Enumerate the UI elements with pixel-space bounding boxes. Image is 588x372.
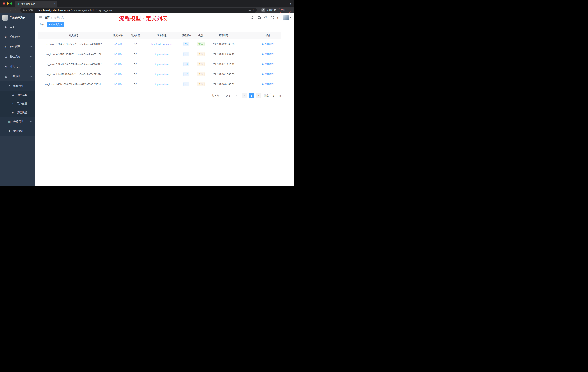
tag-home[interactable]: 首页 xyxy=(38,22,46,27)
sidebar-item-process-form[interactable]: ▤ 流程表单 xyxy=(0,91,35,99)
form-link[interactable]: /bpm/oa/flow xyxy=(155,63,168,66)
assign-rule-link[interactable]: 分配规则 xyxy=(262,52,274,56)
definition-name-link[interactable]: OA 请假 xyxy=(114,52,122,56)
status-badge: 挂起 xyxy=(197,82,205,86)
url-bar[interactable]: 不安全 dashboard.yudao.iocoder.cn/bpm/manag… xyxy=(20,8,257,13)
sidebar-item-home[interactable]: ◉ 首页 xyxy=(0,22,35,32)
sidebar-item-dev-tools[interactable]: ▣ 研发工具 xyxy=(0,62,35,71)
sidebar-item-task-management[interactable]: ▥ 任务管理 xyxy=(0,117,35,126)
page-size-select[interactable]: 10条/页 ▾ xyxy=(222,93,239,98)
definition-name-link[interactable]: OA 请假 xyxy=(114,62,122,66)
search-icon[interactable] xyxy=(251,16,254,19)
sidebar-item-payment-management[interactable]: ¥ 支付管理 xyxy=(0,42,35,52)
sidebar-item-label: 流程模型 xyxy=(17,111,27,114)
sidebar-item-system-management[interactable]: ⚙ 系统管理 xyxy=(0,32,35,42)
column-header-operation: 操作 xyxy=(255,32,281,39)
column-header-definition-name: 定义名称 xyxy=(109,32,127,39)
help-icon[interactable]: ? xyxy=(264,16,267,19)
next-page-button[interactable]: › xyxy=(256,93,261,98)
assign-rule-link[interactable]: 分配规则 xyxy=(262,72,274,76)
avatar[interactable] xyxy=(283,15,289,20)
sidebar-item-leave-query[interactable]: ♟ 请假查询 xyxy=(0,126,35,136)
assign-rule-link[interactable]: 分配规则 xyxy=(262,62,274,66)
sidebar-item-label: 支付管理 xyxy=(10,45,20,48)
page-title: 流程模型 - 定义列表 xyxy=(119,15,168,22)
definition-id: oa_leave:5:004b710b-7b8a-11ec-8ef0-acde4… xyxy=(38,39,109,49)
forward-icon[interactable]: → xyxy=(8,9,12,12)
page-number-button[interactable]: 1 xyxy=(249,93,254,98)
sidebar-item-label: 系统管理 xyxy=(10,35,20,39)
sidebar-item-workflow[interactable]: ▦ 工作流程 xyxy=(0,71,35,81)
back-icon[interactable]: ← xyxy=(2,9,7,12)
fullscreen-icon[interactable] xyxy=(271,16,274,19)
breadcrumb-home[interactable]: 首页 xyxy=(44,16,50,19)
form-link[interactable]: /bpm/oa/flow xyxy=(155,53,168,55)
toolbox-icon: ▣ xyxy=(4,65,7,68)
table-row: oa_leave:3:1fad3d93-7b75-11ec-a3c8-acde4… xyxy=(38,59,281,69)
chevron-up-icon xyxy=(30,85,32,87)
browser-menu-dots-icon[interactable]: ⋮ xyxy=(287,9,289,12)
deploy-time: 2022-01-22 19:19:11 xyxy=(208,59,239,69)
incognito-label: 无痕模式 xyxy=(267,9,276,12)
definition-category: OA xyxy=(127,59,144,69)
tab-close-icon[interactable]: × xyxy=(54,2,56,5)
sidebar-item-label: 工作流程 xyxy=(10,75,20,78)
sidebar-item-user-group[interactable]: ◓ 用户分组 xyxy=(0,99,35,108)
new-tab-button[interactable]: + xyxy=(60,2,62,6)
reload-icon[interactable]: ↻ xyxy=(13,9,18,12)
goto-page-input[interactable] xyxy=(270,93,277,98)
close-window-button[interactable] xyxy=(3,2,5,5)
task-icon: ▥ xyxy=(8,120,11,123)
logo-title: 芋道管理系统 xyxy=(10,16,25,20)
url-path: /bpm/manager/definition?key=oa_leave xyxy=(71,9,112,12)
breadcrumb-separator: / xyxy=(51,16,52,19)
sidebar-collapse-icon[interactable] xyxy=(37,16,43,19)
tab-title: 芋道管理系统 xyxy=(21,2,53,5)
yen-icon: ¥ xyxy=(4,45,7,48)
assign-rule-link[interactable]: 分配规则 xyxy=(262,42,274,46)
tag-close-icon[interactable]: × xyxy=(61,23,62,26)
password-key-icon[interactable] xyxy=(248,9,251,12)
column-header-form-info: 表单信息 xyxy=(144,32,180,39)
chevron-down-icon xyxy=(30,65,32,67)
app-header: 首页 / 流程定义 流程模型 - 定义列表 ? tT xyxy=(35,13,294,22)
url-host: dashboard.yudao.iocoder.cn xyxy=(38,9,70,12)
tag-process-definition[interactable]: 流程定义 × xyxy=(47,22,64,27)
definition-name-link[interactable]: OA 请假 xyxy=(114,72,122,76)
tab-search-chevron-icon[interactable]: ▾ xyxy=(290,2,294,7)
column-header-definition-id: 定义编号 xyxy=(38,32,109,39)
chevron-down-icon xyxy=(30,36,32,37)
form-link[interactable]: /bpm/oa/flow xyxy=(155,83,168,86)
definition-name-link[interactable]: OA 请假 xyxy=(114,82,122,86)
definition-category: OA xyxy=(127,39,144,49)
form-link[interactable]: /bpm/oa/flow xyxy=(155,73,168,76)
browser-update-button[interactable]: 更新 ⋮ xyxy=(279,8,291,13)
person-icon xyxy=(262,53,264,55)
user-avatar-menu[interactable]: ▾ xyxy=(283,15,291,20)
sidebar-logo[interactable]: 芋道管理系统 xyxy=(0,13,35,22)
deploy-time: 2022-01-22 20:34:10 xyxy=(208,49,239,59)
definition-name-link[interactable]: OA 请假 xyxy=(114,42,122,46)
github-icon[interactable] xyxy=(257,16,261,20)
browser-tab[interactable]: 芋道管理系统 × xyxy=(15,1,57,7)
column-header-deploy-time: 部署时间 xyxy=(208,32,239,39)
sidebar-item-process-management[interactable]: ≡ 流程管理 xyxy=(0,81,35,91)
sidebar: 芋道管理系统 ◉ 首页 ⚙ 系统管理 ¥ 支付管理 ▤ 基础设施 xyxy=(0,13,35,186)
status-badge: 激活 xyxy=(197,42,205,46)
security-warning-icon[interactable] xyxy=(22,9,25,11)
chevron-down-icon xyxy=(30,120,32,122)
table-row: oa_leave:1:482ec033-762a-11ec-8477-a2380… xyxy=(38,79,281,89)
form-link[interactable]: /bpm/oa/leave/create xyxy=(151,43,173,45)
page-content: 定义编号 定义名称 定义分类 表单信息 流程版本 状态 部署时间 操作 oa_l… xyxy=(35,27,294,186)
minimize-window-button[interactable] xyxy=(7,2,9,5)
assign-rule-link[interactable]: 分配规则 xyxy=(262,82,274,86)
sidebar-item-infrastructure[interactable]: ▤ 基础设施 xyxy=(0,52,35,62)
sidebar-item-process-model[interactable]: ▶ 流程模型 xyxy=(0,108,35,117)
prev-page-button[interactable]: ‹ xyxy=(242,93,247,98)
bookmark-star-icon[interactable]: ☆ xyxy=(252,9,254,12)
gear-icon: ⚙ xyxy=(4,35,7,38)
font-size-icon[interactable]: tT xyxy=(277,16,280,19)
maximize-window-button[interactable] xyxy=(10,2,12,5)
status-badge: 挂起 xyxy=(197,62,205,66)
update-label: 更新 xyxy=(281,9,285,12)
